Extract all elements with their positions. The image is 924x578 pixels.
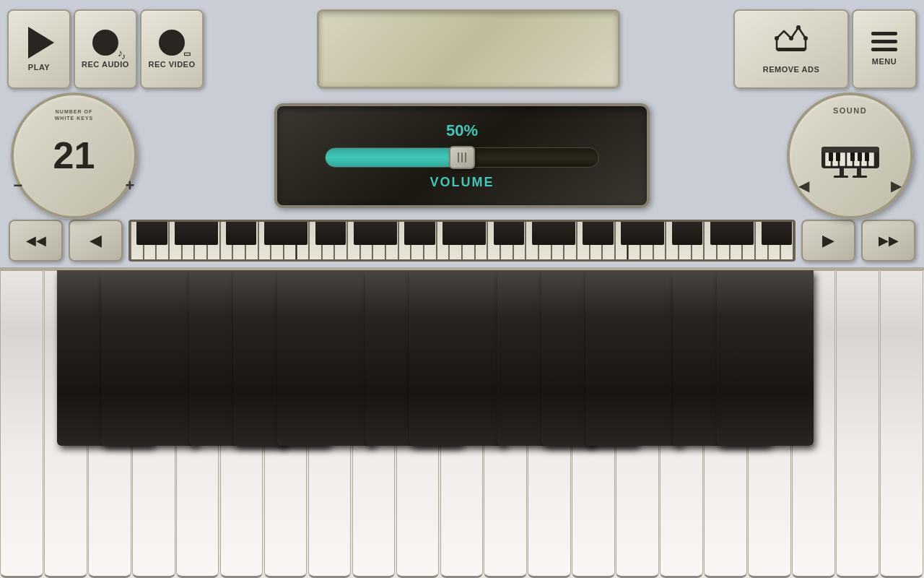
menu-button[interactable]: MENU (852, 9, 917, 89)
hamburger-icon (871, 32, 897, 51)
play-label: PLAY (28, 63, 50, 72)
knob-minus-button[interactable]: − (14, 176, 23, 195)
svg-rect-25 (834, 176, 848, 178)
sound-knob[interactable]: SOUND (787, 92, 913, 219)
rec-audio-button[interactable]: ♪ ♪ REC AUDIO (74, 9, 137, 89)
remove-ads-label: REMOVE ADS (763, 65, 820, 74)
rec-audio-svg: ♪ (92, 30, 118, 56)
svg-rect-21 (858, 152, 862, 161)
svg-rect-13 (840, 152, 845, 166)
black-key[interactable] (585, 270, 682, 446)
mini-black-key[interactable] (557, 222, 575, 245)
top-bar: PLAY ♪ ♪ REC AUDIO ▭ REC VIDEO (0, 0, 924, 98)
transport-buttons: PLAY ♪ ♪ REC AUDIO ▭ REC VIDEO (7, 9, 204, 89)
knob-value: 21 (53, 134, 95, 177)
svg-rect-19 (836, 152, 840, 161)
rec-video-label: REC VIDEO (148, 60, 195, 69)
nav-bar: ◀◀ ◀ ▶ ▶▶ (0, 213, 924, 267)
rec-video-button[interactable]: ▭ REC VIDEO (140, 9, 204, 89)
remove-ads-button[interactable]: REMOVE ADS (733, 9, 849, 89)
mini-black-key[interactable] (149, 222, 167, 245)
volume-percent: 50% (446, 121, 478, 140)
svg-rect-26 (853, 176, 867, 178)
mini-black-key[interactable] (736, 222, 754, 245)
svg-point-7 (796, 25, 801, 30)
white-key[interactable] (880, 270, 923, 578)
volume-container: 50% VOLUME (144, 103, 780, 208)
piano-section (0, 267, 924, 578)
svg-rect-18 (829, 152, 833, 161)
knob-center: 21 − + (53, 134, 95, 177)
mini-black-key[interactable] (468, 222, 486, 245)
black-key[interactable] (101, 270, 198, 446)
svg-point-5 (789, 36, 793, 40)
mini-black-key[interactable] (596, 222, 614, 245)
black-key[interactable] (717, 270, 814, 446)
svg-point-6 (803, 36, 808, 40)
rec-audio-icon: ♪ ♪ (92, 30, 118, 56)
music-note-icon: ♪ (118, 47, 123, 59)
slider-thumb[interactable] (449, 146, 475, 169)
svg-text:♪: ♪ (110, 42, 116, 53)
mini-black-key[interactable] (647, 222, 665, 245)
mini-keyboard[interactable] (128, 220, 796, 262)
volume-slider[interactable] (325, 147, 599, 168)
video-icon: ▭ (183, 49, 191, 59)
sound-label: SOUND (833, 106, 867, 115)
middle-bar: NUMBER OF WHITE KEYS 21 − + 50% VOLUME (0, 98, 924, 213)
mini-black-key[interactable] (774, 222, 792, 245)
svg-rect-10 (821, 147, 879, 152)
white-keys-knob[interactable]: NUMBER OF WHITE KEYS 21 − + (11, 92, 137, 219)
right-buttons: REMOVE ADS MENU (733, 9, 917, 89)
rec-video-icon: ▭ (159, 30, 185, 56)
mini-black-key[interactable] (201, 222, 219, 245)
mini-black-key[interactable] (506, 222, 524, 245)
rec-video-svg (159, 30, 185, 56)
knob-plus-button[interactable]: + (126, 176, 135, 195)
svg-rect-22 (865, 152, 869, 161)
mini-black-key[interactable] (328, 222, 346, 245)
slider-fill (326, 148, 462, 167)
sound-next-button[interactable]: ▶ (891, 177, 902, 194)
mini-black-key[interactable] (685, 222, 703, 245)
mini-black-key[interactable] (379, 222, 397, 245)
svg-point-2 (162, 33, 182, 53)
mini-black-key[interactable] (417, 222, 435, 245)
center-display (209, 9, 728, 89)
white-key[interactable] (836, 270, 879, 578)
black-key[interactable] (409, 270, 506, 446)
white-key[interactable] (0, 270, 43, 578)
svg-point-4 (775, 36, 779, 40)
mini-black-key[interactable] (239, 222, 257, 245)
mini-black-key[interactable] (289, 222, 308, 245)
sound-prev-button[interactable]: ◀ (798, 177, 809, 194)
rewind-fast-button[interactable]: ◀◀ (9, 220, 63, 262)
volume-label: VOLUME (430, 175, 494, 190)
black-key[interactable] (277, 270, 374, 446)
svg-rect-20 (850, 152, 855, 161)
piano-image-icon (818, 129, 883, 182)
knob-label: NUMBER OF WHITE KEYS (45, 108, 103, 121)
slider-grip (458, 152, 466, 163)
svg-rect-17 (868, 152, 874, 166)
svg-rect-8 (777, 48, 806, 51)
rewind-button[interactable]: ◀ (69, 220, 123, 262)
forward-button[interactable]: ▶ (801, 220, 855, 262)
volume-panel: 50% VOLUME (274, 103, 650, 208)
crown-icon (773, 24, 809, 59)
play-icon (28, 27, 54, 59)
lcd-screen (317, 9, 620, 89)
play-button[interactable]: PLAY (7, 9, 71, 89)
forward-fast-button[interactable]: ▶▶ (861, 220, 915, 262)
menu-label: MENU (872, 57, 897, 66)
